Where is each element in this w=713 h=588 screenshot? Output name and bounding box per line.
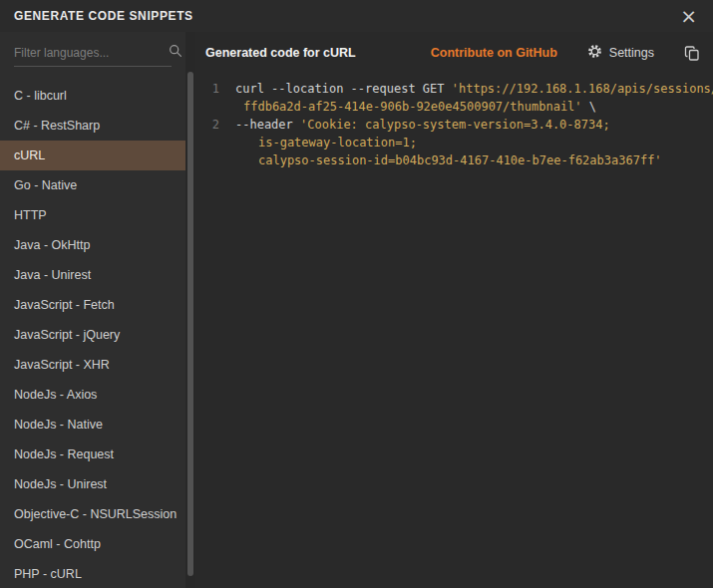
panel-title: Generated code for cURL xyxy=(205,46,356,60)
code-line: ffdb6a2d-af25-414e-906b-92e0e4500907/thu… xyxy=(235,98,596,116)
code-line: --header 'Cookie: calypso-system-version… xyxy=(235,116,610,134)
sidebar-item-javascript-jquery[interactable]: JavaScript - jQuery xyxy=(0,320,185,350)
dialog-body: C - libcurl C# - RestSharp cURL Go - Nat… xyxy=(0,32,713,588)
sidebar-item-c-libcurl[interactable]: C - libcurl xyxy=(0,81,185,111)
gear-icon xyxy=(587,44,602,62)
search-icon xyxy=(169,44,182,62)
filter-box xyxy=(14,44,172,67)
language-sidebar: C - libcurl C# - RestSharp cURL Go - Nat… xyxy=(0,32,185,588)
code-row: 2 --header 'Cookie: calypso-system-versi… xyxy=(195,116,713,134)
code-token: \ xyxy=(582,100,596,114)
code-row: ffdb6a2d-af25-414e-906b-92e0e4500907/thu… xyxy=(195,98,713,116)
code-token: 'Cookie: calypso-system-version=3.4.0-87… xyxy=(300,118,610,132)
settings-button[interactable]: Settings xyxy=(587,44,654,62)
line-number xyxy=(195,151,235,169)
code-token: --header xyxy=(235,118,300,132)
line-number xyxy=(195,98,235,116)
code-panel: Generated code for cURL Contribute on Gi… xyxy=(195,32,713,588)
settings-label: Settings xyxy=(609,46,654,60)
sidebar-item-nodejs-request[interactable]: NodeJs - Request xyxy=(0,440,185,469)
sidebar-item-javascript-fetch[interactable]: JavaScript - Fetch xyxy=(0,290,185,320)
sidebar-item-csharp-restsharp[interactable]: C# - RestSharp xyxy=(0,111,185,141)
filter-languages-input[interactable] xyxy=(14,44,169,62)
dialog-title: GENERATE CODE SNIPPETS xyxy=(14,9,193,23)
language-list: C - libcurl C# - RestSharp cURL Go - Nat… xyxy=(0,81,185,588)
sidebar-item-java-okhttp[interactable]: Java - OkHttp xyxy=(0,230,185,260)
sidebar-item-ocaml-cohttp[interactable]: OCaml - Cohttp xyxy=(0,529,185,559)
line-number: 1 xyxy=(195,80,235,98)
code-token: 'https://192.168.1.168/apis/sessions/ xyxy=(452,82,713,96)
code-token: calypso-session-id=b04bc93d-4167-410e-b7… xyxy=(258,153,662,167)
close-icon[interactable]: × xyxy=(678,6,699,26)
sidebar-item-java-unirest[interactable]: Java - Unirest xyxy=(0,260,185,290)
sidebar-item-go-native[interactable]: Go - Native xyxy=(0,170,185,200)
code-row: is-gateway-location=1; xyxy=(195,134,713,151)
code-line: is-gateway-location=1; xyxy=(235,134,417,151)
line-number: 2 xyxy=(195,116,235,134)
code-line: curl --location --request GET 'https://1… xyxy=(235,80,713,98)
sidebar-item-javascript-xhr[interactable]: JavaScript - XHR xyxy=(0,350,185,380)
sidebar-item-nodejs-unirest[interactable]: NodeJs - Unirest xyxy=(0,469,185,499)
sidebar-item-http[interactable]: HTTP xyxy=(0,200,185,230)
code-block: 1 curl --location --request GET 'https:/… xyxy=(195,74,713,588)
sidebar-item-nodejs-axios[interactable]: NodeJs - Axios xyxy=(0,380,185,410)
code-token: curl --location --request GET xyxy=(235,82,452,96)
copy-icon[interactable] xyxy=(684,45,701,62)
scrollbar-thumb[interactable] xyxy=(187,72,193,576)
code-row: 1 curl --location --request GET 'https:/… xyxy=(195,80,713,98)
sidebar-item-curl[interactable]: cURL xyxy=(0,141,185,170)
code-token: ffdb6a2d-af25-414e-906b-92e0e4500907/thu… xyxy=(243,100,582,114)
code-panel-header: Generated code for cURL Contribute on Gi… xyxy=(195,32,713,74)
sidebar-item-php-curl[interactable]: PHP - cURL xyxy=(0,559,185,588)
dialog-header: GENERATE CODE SNIPPETS × xyxy=(0,0,713,32)
sidebar-item-objective-c-nsurlsession[interactable]: Objective-C - NSURLSession xyxy=(0,499,185,529)
panel-actions: Contribute on GitHub Settings xyxy=(431,44,701,62)
code-token: is-gateway-location=1; xyxy=(258,136,417,149)
contribute-on-github-link[interactable]: Contribute on GitHub xyxy=(431,46,557,60)
code-row: calypso-session-id=b04bc93d-4167-410e-b7… xyxy=(195,151,713,169)
code-line: calypso-session-id=b04bc93d-4167-410e-b7… xyxy=(235,151,662,169)
line-number xyxy=(195,134,235,151)
sidebar-item-nodejs-native[interactable]: NodeJs - Native xyxy=(0,410,185,440)
sidebar-scrollbar[interactable] xyxy=(185,32,195,588)
generate-code-snippets-dialog: GENERATE CODE SNIPPETS × C - libcurl C# … xyxy=(0,0,713,588)
